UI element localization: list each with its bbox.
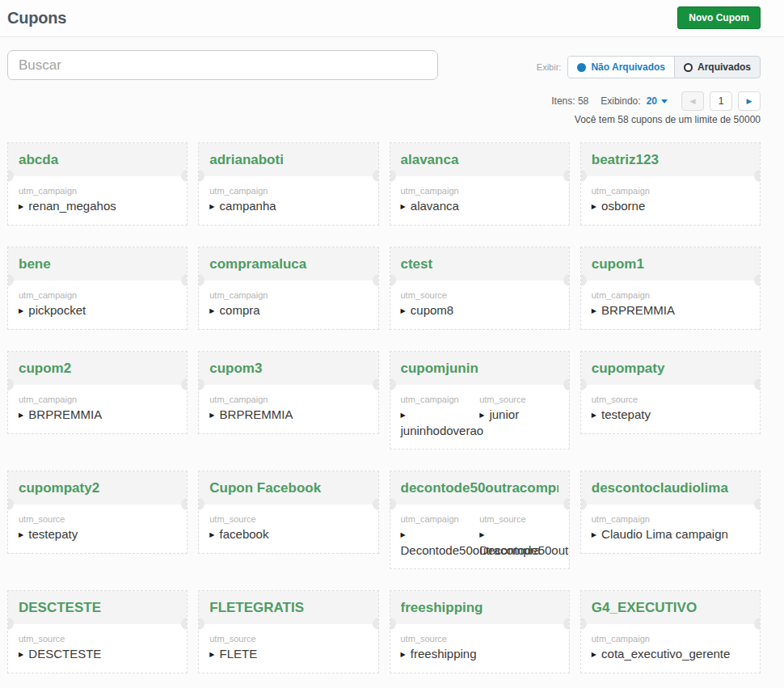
utm-field-value: ▶ Decontode50outracompra xyxy=(401,526,480,558)
coupon-card[interactable]: DESCTESTE utm_source▶ DESCTESTE xyxy=(7,590,188,673)
coupon-card[interactable]: abcda utm_campaign▶ renan_megahos xyxy=(7,142,188,226)
coupon-card-body: utm_source▶ testepaty xyxy=(8,504,187,553)
coupon-card-body: utm_campaign▶ Decontode50outracomprautm_… xyxy=(390,504,569,568)
filter-label: Exibir: xyxy=(537,62,562,72)
coupon-card[interactable]: bene utm_campaign▶ pickpocket xyxy=(7,247,188,330)
toggle-not-archived[interactable]: Não Arquivados xyxy=(568,57,675,78)
coupon-card[interactable]: cupompaty utm_source▶ testepaty xyxy=(580,351,761,434)
coupon-title: descontoclaudiolima xyxy=(592,480,749,496)
radio-unselected-icon xyxy=(684,63,693,72)
current-page-button[interactable]: 1 xyxy=(710,91,732,111)
utm-field-value: ▶ compra xyxy=(209,302,367,319)
current-page-number: 1 xyxy=(719,95,724,107)
caret-right-icon: ▶ xyxy=(592,531,596,538)
toggle-archived[interactable]: Arquivados xyxy=(675,57,760,78)
coupon-card-body: utm_campaign▶ pickpocket xyxy=(8,281,187,329)
coupon-card-header: cupompaty2 xyxy=(8,471,187,504)
coupon-card-body: utm_campaign▶ renan_megahos xyxy=(8,176,187,225)
coupon-card-body: utm_campaign▶ BRPREMMIA xyxy=(199,385,377,433)
ticket-notch-right xyxy=(181,498,188,510)
coupon-card-header: freeshipping xyxy=(390,591,569,624)
caret-right-icon: ▶ xyxy=(401,307,406,314)
coupon-card[interactable]: beatriz123 utm_campaign▶ osborne xyxy=(580,142,761,226)
coupon-card[interactable]: cupom3 utm_campaign▶ BRPREMMIA xyxy=(198,351,378,434)
coupon-card-body: utm_source▶ DESCTESTE xyxy=(8,624,187,673)
coupon-card-header: descontoclaudiolima xyxy=(581,471,760,504)
coupon-title: ctest xyxy=(401,256,558,272)
coupon-card-body: utm_source▶ FLETE xyxy=(199,624,377,673)
utm-field-value: ▶ testepaty xyxy=(592,407,749,423)
coupon-card-body: utm_source▶ cupom8 xyxy=(390,281,569,329)
coupon-card[interactable]: FLETEGRATIS utm_source▶ FLETE xyxy=(198,590,378,673)
caret-right-icon: ▶ xyxy=(592,307,596,314)
utm-field-label: utm_campaign xyxy=(209,395,367,405)
utm-field-value: ▶ DESCTESTE xyxy=(19,646,176,662)
pagination-top-row: Itens: 58 Exibindo: 20 ◀ 1 ▶ xyxy=(551,91,761,111)
coupon-card[interactable]: cupom2 utm_campaign▶ BRPREMMIA xyxy=(7,351,188,434)
utm-field-value: ▶ osborne xyxy=(592,198,749,214)
topbar: Cupons Novo Cupom xyxy=(0,0,784,37)
archive-toggle-group: Não Arquivados Arquivados xyxy=(567,56,761,78)
caret-right-icon: ▶ xyxy=(747,98,752,105)
utm-field-value: ▶ facebook xyxy=(209,526,367,542)
utm-field-value: ▶ cota_executivo_gerente xyxy=(592,646,749,662)
utm-field: utm_campaign▶ cota_executivo_gerente xyxy=(592,631,749,662)
coupon-title: cupom3 xyxy=(209,361,367,377)
ticket-notch-right xyxy=(181,274,188,286)
utm-field-value: ▶ Decontode50outracompra xyxy=(479,526,558,558)
coupon-card[interactable]: alavanca utm_campaign▶ alavanca xyxy=(390,142,570,226)
ticket-notch-right xyxy=(181,378,188,390)
coupon-title: cupom2 xyxy=(19,361,176,377)
coupon-card[interactable]: cupomjunin utm_campaign▶ juninhodoveraou… xyxy=(390,351,570,450)
coupon-card-header: alavanca xyxy=(390,143,569,176)
next-page-button[interactable]: ▶ xyxy=(738,91,761,111)
coupon-card[interactable]: compramaluca utm_campaign▶ compra xyxy=(198,247,378,330)
utm-field: utm_campaign▶ pickpocket xyxy=(19,288,176,319)
utm-field: utm_campaign▶ renan_megahos xyxy=(19,184,176,214)
utm-field-label: utm_source xyxy=(479,395,558,405)
coupon-card[interactable]: freeshipping utm_source▶ freeshipping xyxy=(390,590,570,673)
coupon-title: Cupon Facebook xyxy=(209,480,367,496)
coupon-card-header: compramaluca xyxy=(199,247,377,281)
coupon-card[interactable]: adrianaboti utm_campaign▶ campanha xyxy=(198,142,378,226)
caret-right-icon: ▶ xyxy=(479,531,484,538)
utm-field-label: utm_campaign xyxy=(209,186,367,196)
caret-right-icon: ▶ xyxy=(401,531,406,538)
toggle-not-archived-label: Não Arquivados xyxy=(591,61,665,73)
coupon-card[interactable]: G4_EXECUTIVO utm_campaign▶ cota_executiv… xyxy=(580,590,761,673)
coupon-card-header: adrianaboti xyxy=(199,143,377,176)
search-input[interactable] xyxy=(7,50,438,80)
caret-right-icon: ▶ xyxy=(592,203,596,210)
coupon-card-header: cupomjunin xyxy=(390,352,569,385)
utm-field-value: ▶ freeshipping xyxy=(401,646,558,662)
page-size-dropdown[interactable]: 20 xyxy=(647,95,668,107)
coupon-card[interactable]: descontoclaudiolima utm_campaign▶ Claudi… xyxy=(580,471,761,554)
utm-field-label: utm_campaign xyxy=(19,290,176,301)
utm-field: utm_source▶ testepaty xyxy=(592,392,749,423)
new-coupon-button[interactable]: Novo Cupom xyxy=(677,6,761,29)
coupon-card[interactable]: ctest utm_source▶ cupom8 xyxy=(390,247,570,330)
showing-label: Exibindo: xyxy=(601,95,640,107)
coupon-title: G4_EXECUTIVO xyxy=(592,600,749,616)
coupon-card-header: DESCTESTE xyxy=(8,591,187,624)
utm-field: utm_source▶ freeshipping xyxy=(401,631,558,662)
coupon-card-header: cupompaty xyxy=(581,352,760,385)
coupon-title: DESCTESTE xyxy=(19,600,176,616)
caret-right-icon: ▶ xyxy=(19,651,23,658)
radio-selected-icon xyxy=(577,63,586,72)
coupon-card[interactable]: cupom1 utm_campaign▶ BRPREMMIA xyxy=(580,247,761,330)
toggle-archived-label: Arquivados xyxy=(698,61,751,73)
coupon-card[interactable]: decontode50outracompra utm_campaign▶ Dec… xyxy=(390,471,570,569)
utm-field-value: ▶ testepaty xyxy=(19,526,176,542)
caret-right-icon: ▶ xyxy=(592,412,596,419)
caret-right-icon: ▶ xyxy=(209,412,214,419)
utm-field-value: ▶ BRPREMMIA xyxy=(209,407,367,423)
coupon-card[interactable]: cupompaty2 utm_source▶ testepaty xyxy=(7,471,188,554)
prev-page-button[interactable]: ◀ xyxy=(681,91,704,111)
utm-field-value: ▶ renan_megahos xyxy=(19,198,176,214)
coupon-title: beatriz123 xyxy=(592,152,749,168)
coupon-card[interactable]: Cupon Facebook utm_source▶ facebook xyxy=(198,471,378,554)
ticket-notch-right xyxy=(181,170,188,182)
coupon-title: adrianaboti xyxy=(209,152,367,168)
caret-right-icon: ▶ xyxy=(19,412,23,419)
